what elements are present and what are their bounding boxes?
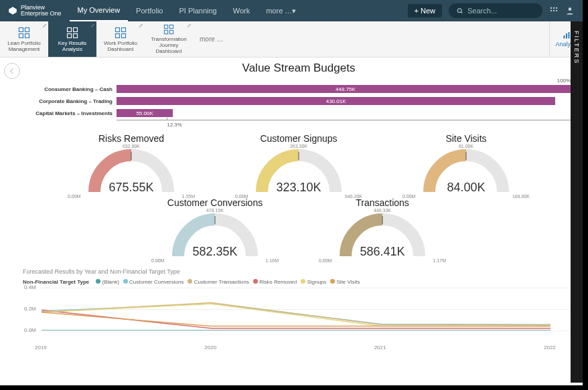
forecast-legend: Non-Financial Target Type (Blank) Custom…	[23, 279, 575, 285]
legend-item: Risks Removed	[249, 279, 297, 285]
svg-line-1	[461, 11, 462, 13]
gauge-title: Transactions	[312, 197, 453, 208]
legend-item: (Blank)	[92, 279, 119, 285]
gauge-target: 478.15K	[206, 208, 224, 213]
legend-item: Site Visits	[326, 279, 360, 285]
legend-item: Customer Transactions	[183, 279, 248, 285]
svg-rect-9	[19, 27, 23, 31]
scale-bottom: 12.3%	[117, 120, 575, 129]
gauge-risks-removed: Risks Removed632.80K675.55K0.00M1.35M	[61, 133, 202, 197]
nav-tab-my-overview[interactable]: My Overview	[70, 0, 129, 21]
ribbon-lean-portfolio-management[interactable]: ⤢Lean Portfolio Management	[0, 21, 48, 57]
gauge-min: 0.00M	[235, 194, 248, 199]
gauge-customer-signups: Customer Signups⤢ ⋯263.30K323.10K0.00M64…	[228, 133, 369, 197]
forecast-chart: 0.4M0.2M0.0M2019202020212022	[42, 288, 575, 343]
legend-item: Signups	[297, 279, 326, 285]
legend-item: Customer Conversions	[119, 279, 184, 285]
svg-point-4	[556, 7, 557, 9]
svg-rect-13	[68, 27, 72, 31]
ribbon-work-portfolio-dashboard[interactable]: ⤢Work Portfolio Dashboard	[96, 21, 145, 57]
svg-rect-23	[164, 30, 167, 33]
svg-point-2	[550, 7, 552, 9]
gauge-title: Site Visits	[396, 133, 536, 144]
nav-tab-pi-planning[interactable]: PI Planning	[171, 0, 224, 21]
gauge-value: 323.10K	[248, 181, 349, 195]
popout-icon: ⤢	[42, 23, 47, 29]
gauge-target: 446.33K	[374, 208, 391, 213]
nav-tab-more-[interactable]: more …▾	[258, 0, 304, 21]
gauge-target: 81.00K	[459, 144, 473, 149]
tile-icon	[65, 27, 80, 39]
top-nav: PlanviewEnterprise One My OverviewPortfo…	[0, 0, 583, 21]
gauge-target: 263.30K	[290, 144, 307, 149]
svg-rect-12	[25, 33, 29, 37]
budget-chart: 100% Consumer Banking – Cash448.75KCorpo…	[23, 78, 575, 129]
svg-rect-24	[169, 30, 173, 33]
forecast-title: Forecasted Results by Year and Non-Finan…	[23, 268, 575, 275]
new-button[interactable]: + New	[408, 4, 443, 17]
svg-rect-27	[568, 32, 569, 39]
budget-row: Corporate Banking – Trading430.01K	[23, 96, 575, 106]
tile-icon	[113, 27, 128, 39]
ribbon-more[interactable]: more …	[193, 21, 230, 57]
popout-icon: ⤢	[90, 23, 95, 29]
user-icon[interactable]	[565, 6, 575, 15]
gauge-max: 1.17M	[433, 258, 446, 263]
gauge-min: 0.00M	[68, 194, 80, 199]
svg-rect-16	[74, 33, 78, 37]
svg-point-0	[457, 8, 461, 12]
forecast-section: Forecasted Results by Year and Non-Finan…	[23, 268, 575, 343]
svg-rect-15	[68, 33, 72, 37]
bar-chart-icon	[562, 31, 571, 39]
budget-bar: 448.75K	[117, 85, 575, 93]
apps-icon[interactable]	[549, 6, 559, 15]
popout-icon: ⤢	[187, 23, 192, 29]
nav-tab-portfolio[interactable]: Portfolio	[128, 0, 171, 21]
gauge-min: 0.00M	[319, 258, 332, 263]
budget-label: Capital Markets – Investments	[23, 110, 117, 116]
search-input[interactable]	[467, 7, 534, 15]
svg-rect-26	[566, 33, 567, 39]
svg-point-3	[553, 7, 555, 9]
gauge-title: Risks Removed	[61, 133, 202, 144]
gauge-title: Customer Conversions	[145, 197, 285, 208]
popout-icon: ⤢	[139, 23, 143, 29]
budget-row: Consumer Banking – Cash448.75K	[23, 84, 575, 94]
filters-panel-toggle[interactable]: FILTERS	[571, 21, 583, 383]
svg-rect-20	[122, 33, 126, 37]
budget-label: Corporate Banking – Trading	[23, 98, 117, 104]
gauge-value: 582.35K	[165, 245, 265, 259]
planview-icon	[8, 6, 17, 15]
gauge-max: 168.00K	[512, 194, 530, 199]
gauge-value: 586.41K	[332, 245, 433, 259]
svg-rect-18	[122, 27, 126, 31]
gauge-value: 84.00K	[416, 181, 516, 195]
gauge-value: 675.55K	[81, 181, 181, 195]
nav-tab-work[interactable]: Work	[225, 0, 258, 21]
svg-rect-17	[116, 27, 120, 31]
gauge-title: Customer Signups⤢ ⋯	[228, 133, 369, 144]
gauge-max: 1.35M	[182, 194, 195, 199]
ribbon-key-results-analysis[interactable]: ⤢Key Results Analysis	[48, 21, 96, 57]
brand-logo: PlanviewEnterprise One	[0, 5, 70, 17]
ribbon-transformation-journey-dashboard[interactable]: ⤢Transformation Journey Dashboard	[145, 21, 193, 57]
dashboard-content: Value Stream Budgets 100% Consumer Banki…	[0, 58, 583, 384]
tile-icon	[161, 24, 176, 35]
gauge-min: 0.00M	[402, 194, 415, 199]
svg-point-8	[569, 7, 572, 11]
search-box[interactable]	[449, 3, 542, 18]
gauge-max: 1.16M	[266, 258, 279, 263]
svg-point-7	[556, 10, 557, 11]
budget-bar: 55.00K	[117, 109, 173, 117]
arrow-left-icon	[8, 67, 16, 75]
gauge-min: 0.00M	[151, 258, 164, 263]
svg-rect-22	[169, 25, 173, 28]
budget-bar: 430.01K	[117, 97, 555, 105]
tile-icon	[17, 27, 31, 39]
gauge-site-visits: Site Visits81.00K84.00K0.00M168.00K	[396, 133, 536, 197]
gauge-transactions: Transactions446.33K586.41K0.00M1.17M	[312, 197, 453, 262]
back-button[interactable]	[4, 63, 20, 79]
budget-label: Consumer Banking – Cash	[23, 86, 117, 92]
svg-rect-11	[19, 33, 23, 37]
svg-rect-19	[116, 33, 120, 37]
